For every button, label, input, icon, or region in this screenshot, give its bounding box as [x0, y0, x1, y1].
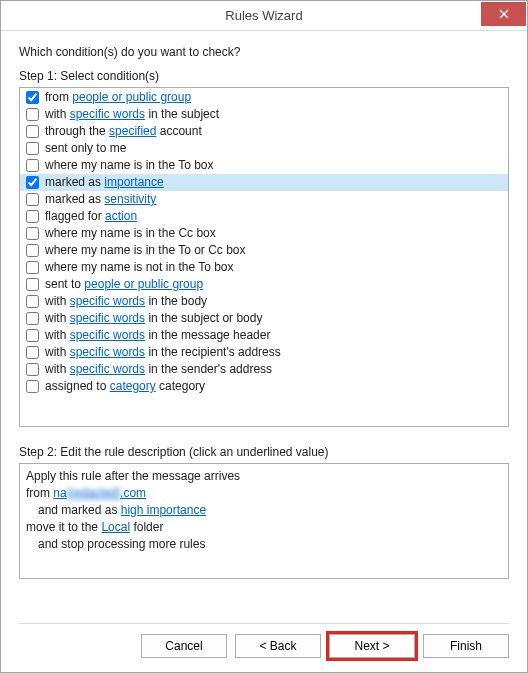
condition-label: through the specified account	[45, 123, 202, 140]
rules-wizard-window: Rules Wizard Which condition(s) do you w…	[0, 0, 528, 673]
condition-link[interactable]: category	[110, 379, 156, 393]
desc-line-apply: Apply this rule after the message arrive…	[26, 468, 502, 485]
condition-link[interactable]: specified	[109, 124, 156, 138]
condition-checkbox[interactable]	[26, 346, 39, 359]
condition-row[interactable]: with specific words in the recipient's a…	[20, 344, 508, 361]
button-row: Cancel < Back Next > Finish	[19, 634, 509, 662]
next-button[interactable]: Next >	[329, 634, 415, 658]
condition-link[interactable]: specific words	[70, 345, 145, 359]
condition-link[interactable]: specific words	[70, 107, 145, 121]
condition-label: sent to people or public group	[45, 276, 203, 293]
condition-row[interactable]: assigned to category category	[20, 378, 508, 395]
condition-link[interactable]: specific words	[70, 311, 145, 325]
condition-row[interactable]: from people or public group	[20, 89, 508, 106]
condition-checkbox[interactable]	[26, 380, 39, 393]
condition-link[interactable]: people or public group	[72, 90, 191, 104]
button-separator	[19, 623, 509, 624]
condition-label: where my name is in the To or Cc box	[45, 242, 246, 259]
condition-checkbox[interactable]	[26, 176, 39, 189]
finish-button[interactable]: Finish	[423, 634, 509, 658]
desc-link-importance[interactable]: high importance	[121, 503, 206, 517]
step2-label: Step 2: Edit the rule description (click…	[19, 445, 509, 459]
condition-label: assigned to category category	[45, 378, 205, 395]
condition-checkbox[interactable]	[26, 142, 39, 155]
condition-row[interactable]: sent to people or public group	[20, 276, 508, 293]
condition-checkbox[interactable]	[26, 193, 39, 206]
condition-row[interactable]: with specific words in the subject	[20, 106, 508, 123]
close-icon	[499, 9, 509, 19]
condition-label: with specific words in the sender's addr…	[45, 361, 272, 378]
condition-label: flagged for action	[45, 208, 137, 225]
desc-link-folder[interactable]: Local	[101, 520, 130, 534]
rule-description-box: Apply this rule after the message arrive…	[19, 463, 509, 579]
condition-link[interactable]: specific words	[70, 362, 145, 376]
condition-label: where my name is in the To box	[45, 157, 214, 174]
desc-line-move: move it to the Local folder	[26, 519, 502, 536]
condition-label: where my name is in the Cc box	[45, 225, 216, 242]
desc-link-sender[interactable]: na[redacted].com	[53, 486, 146, 500]
condition-label: with specific words in the body	[45, 293, 207, 310]
condition-row[interactable]: where my name is in the To or Cc box	[20, 242, 508, 259]
condition-row[interactable]: marked as sensitivity	[20, 191, 508, 208]
condition-label: marked as sensitivity	[45, 191, 156, 208]
condition-label: where my name is not in the To box	[45, 259, 234, 276]
condition-row[interactable]: with specific words in the body	[20, 293, 508, 310]
close-button[interactable]	[481, 2, 526, 26]
desc-line-stop: and stop processing more rules	[26, 536, 502, 553]
condition-checkbox[interactable]	[26, 227, 39, 240]
condition-checkbox[interactable]	[26, 363, 39, 376]
condition-checkbox[interactable]	[26, 329, 39, 342]
condition-label: with specific words in the message heade…	[45, 327, 270, 344]
condition-row[interactable]: marked as importance	[20, 174, 508, 191]
cancel-button[interactable]: Cancel	[141, 634, 227, 658]
step1-label: Step 1: Select condition(s)	[19, 69, 509, 83]
condition-checkbox[interactable]	[26, 261, 39, 274]
condition-checkbox[interactable]	[26, 210, 39, 223]
condition-row[interactable]: where my name is in the Cc box	[20, 225, 508, 242]
condition-link[interactable]: action	[105, 209, 137, 223]
condition-label: marked as importance	[45, 174, 164, 191]
condition-checkbox[interactable]	[26, 312, 39, 325]
condition-link[interactable]: sensitivity	[104, 192, 156, 206]
condition-checkbox[interactable]	[26, 91, 39, 104]
window-title: Rules Wizard	[1, 8, 527, 23]
condition-checkbox[interactable]	[26, 108, 39, 121]
condition-row[interactable]: with specific words in the sender's addr…	[20, 361, 508, 378]
condition-row[interactable]: through the specified account	[20, 123, 508, 140]
condition-label: with specific words in the recipient's a…	[45, 344, 281, 361]
condition-row[interactable]: with specific words in the message heade…	[20, 327, 508, 344]
condition-row[interactable]: where my name is not in the To box	[20, 259, 508, 276]
condition-label: with specific words in the subject or bo…	[45, 310, 262, 327]
condition-link[interactable]: importance	[104, 175, 163, 189]
condition-checkbox[interactable]	[26, 295, 39, 308]
condition-checkbox[interactable]	[26, 278, 39, 291]
condition-label: with specific words in the subject	[45, 106, 219, 123]
back-button[interactable]: < Back	[235, 634, 321, 658]
condition-link[interactable]: specific words	[70, 294, 145, 308]
condition-label: sent only to me	[45, 140, 126, 157]
conditions-listbox[interactable]: from people or public groupwith specific…	[19, 87, 509, 427]
condition-link[interactable]: people or public group	[84, 277, 203, 291]
desc-line-from: from na[redacted].com	[26, 485, 502, 502]
condition-label: from people or public group	[45, 89, 191, 106]
condition-row[interactable]: with specific words in the subject or bo…	[20, 310, 508, 327]
desc-line-importance: and marked as high importance	[26, 502, 502, 519]
condition-row[interactable]: where my name is in the To box	[20, 157, 508, 174]
condition-checkbox[interactable]	[26, 159, 39, 172]
condition-row[interactable]: sent only to me	[20, 140, 508, 157]
wizard-prompt: Which condition(s) do you want to check?	[19, 45, 509, 59]
condition-checkbox[interactable]	[26, 244, 39, 257]
title-bar: Rules Wizard	[1, 1, 527, 31]
condition-link[interactable]: specific words	[70, 328, 145, 342]
condition-row[interactable]: flagged for action	[20, 208, 508, 225]
condition-checkbox[interactable]	[26, 125, 39, 138]
dialog-body: Which condition(s) do you want to check?…	[1, 31, 527, 672]
